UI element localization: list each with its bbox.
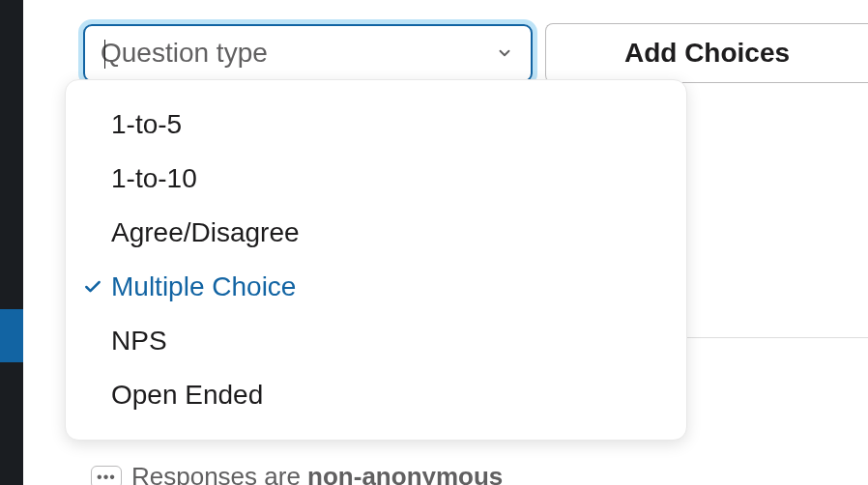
ellipsis-icon: ••• [91,466,122,486]
dropdown-option-open-ended[interactable]: Open Ended [66,368,686,422]
dropdown-option-1-to-5[interactable]: 1-to-5 [66,98,686,152]
select-placeholder: Question type [101,38,268,69]
select-input[interactable]: Question type [83,24,533,82]
dropdown-option-label: Agree/Disagree [111,217,300,248]
anonymity-hint: ••• Responses are non-anonymous [91,462,503,485]
anonymity-text: Responses are non-anonymous [131,462,503,485]
dropdown-option-label: NPS [111,326,167,357]
app-sidebar [0,0,23,485]
dropdown-option-nps[interactable]: NPS [66,314,686,368]
dropdown-option-1-to-10[interactable]: 1-to-10 [66,152,686,206]
dropdown-option-label: Open Ended [111,380,263,411]
dropdown-option-label: Multiple Choice [111,271,296,302]
dropdown-option-agree-disagree[interactable]: Agree/Disagree [66,206,686,260]
dropdown-option-label: 1-to-5 [111,109,182,140]
sidebar-active-indicator [0,309,23,362]
chevron-down-icon [496,44,513,62]
add-choices-button[interactable]: Add Choices [545,23,868,83]
panel-border [687,83,868,338]
add-choices-label: Add Choices [624,38,790,69]
question-type-dropdown: 1-to-5 1-to-10 Agree/Disagree Multiple C… [65,79,687,441]
text-cursor [104,40,105,69]
question-type-select[interactable]: Question type [78,19,537,87]
check-icon [83,277,102,297]
dropdown-option-multiple-choice[interactable]: Multiple Choice [66,260,686,314]
main-content: Question type Add Choices 1-to-5 1-to-10… [23,0,868,485]
dropdown-option-label: 1-to-10 [111,163,197,194]
